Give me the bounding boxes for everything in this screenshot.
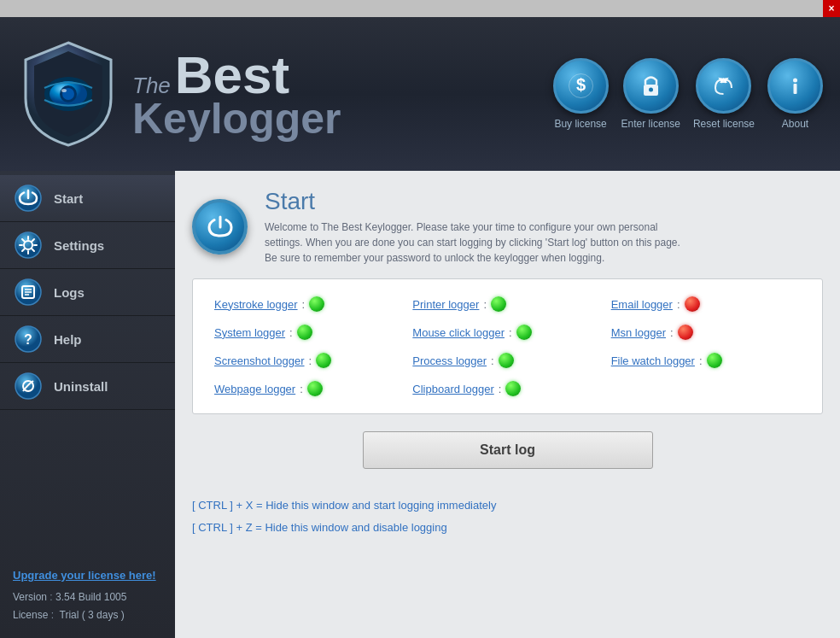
logger-item-printer: Printer logger : (412, 296, 602, 312)
clipboard-logger-link[interactable]: Clipboard logger (412, 383, 493, 395)
svg-point-4 (61, 89, 67, 92)
logger-item-system: System logger : (214, 325, 404, 340)
mouseclick-logger-link[interactable]: Mouse click logger (412, 326, 505, 339)
settings-nav-icon (13, 230, 44, 260)
email-logger-link[interactable]: Email logger (611, 298, 673, 311)
process-logger-link[interactable]: Process logger (412, 354, 487, 367)
help-nav-label: Help (54, 332, 82, 347)
logo-area: The Best Keylogger (17, 38, 341, 149)
about-group: About (767, 58, 823, 130)
webpage-logger-link[interactable]: Webpage logger (214, 383, 295, 395)
app-logo (17, 38, 120, 149)
sidebar-item-settings[interactable]: Settings (0, 222, 175, 269)
main-layout: Start (0, 171, 840, 638)
start-nav-label: Start (54, 191, 83, 206)
enter-license-label: Enter license (621, 118, 680, 130)
uninstall-nav-label: Uninstall (54, 379, 108, 394)
logger-item-email: Email logger : (611, 296, 801, 312)
svg-rect-10 (794, 84, 797, 94)
logs-nav-icon (13, 277, 44, 307)
enter-license-group: Enter license (621, 58, 680, 130)
sidebar-item-start[interactable]: Start (0, 175, 175, 222)
reset-license-button[interactable] (696, 58, 751, 114)
settings-nav-label: Settings (54, 238, 104, 253)
title-the: The (132, 74, 171, 97)
keystroke-status (309, 296, 324, 312)
dollar-icon: $ (566, 71, 596, 101)
keystroke-logger-link[interactable]: Keystroke logger (214, 298, 298, 311)
system-status (297, 325, 312, 340)
start-log-button[interactable]: Start log (363, 431, 653, 469)
screenshot-status (316, 353, 331, 368)
logs-nav-label: Logs (54, 285, 85, 300)
about-label: About (782, 118, 808, 130)
buy-license-group: $ Buy license (553, 58, 609, 130)
shortcut-ctrl-z: [ CTRL ] + Z = Hide this window and disa… (192, 517, 823, 539)
printer-status (491, 296, 506, 312)
filewatch-logger-link[interactable]: File watch logger (611, 354, 695, 367)
app-title: The Best Keylogger (132, 49, 341, 140)
license-value: Trial ( 3 days ) (60, 609, 125, 621)
license-label: License (13, 609, 48, 621)
sidebar-item-uninstall[interactable]: Uninstall (0, 363, 175, 410)
shortcut-ctrl-x: [ CTRL ] + X = Hide this window and star… (192, 495, 823, 517)
settings-icon (15, 231, 42, 259)
page-title: Start (265, 188, 691, 215)
upgrade-link[interactable]: Upgrade your license here! (13, 569, 162, 582)
logs-icon (15, 278, 42, 306)
version-label: Version (13, 591, 47, 603)
svg-text:$: $ (576, 75, 586, 94)
svg-point-8 (649, 88, 653, 92)
logger-item-screenshot: Screenshot logger : (214, 353, 404, 368)
title-keylogger: Keylogger (132, 97, 341, 140)
page-header: Start Welcome to The Best Keylogger. Ple… (192, 188, 823, 266)
page-description: Welcome to The Best Keylogger. Please ta… (265, 219, 691, 266)
svg-text:?: ? (24, 332, 32, 347)
close-button[interactable]: × (823, 0, 840, 17)
info-icon (780, 71, 810, 101)
sidebar: Start (0, 171, 175, 638)
recycle-icon (709, 71, 738, 101)
logger-grid: Keystroke logger : Printer logger : Emai… (192, 278, 823, 414)
buy-license-button[interactable]: $ (553, 58, 609, 114)
logger-rows: Keystroke logger : Printer logger : Emai… (214, 296, 801, 396)
screenshot-logger-link[interactable]: Screenshot logger (214, 354, 305, 367)
clipboard-status (505, 381, 521, 396)
help-icon: ? (15, 325, 42, 353)
title-bar: × (0, 0, 840, 17)
printer-logger-link[interactable]: Printer logger (412, 298, 479, 311)
logger-item-clipboard: Clipboard logger : (412, 381, 602, 396)
uninstall-icon (15, 372, 42, 400)
page-title-section: Start Welcome to The Best Keylogger. Ple… (265, 188, 691, 266)
sidebar-item-help[interactable]: ? Help (0, 316, 175, 363)
process-status (499, 353, 514, 368)
content-area: Start Welcome to The Best Keylogger. Ple… (175, 171, 840, 638)
msn-logger-link[interactable]: Msn logger (611, 326, 666, 339)
about-button[interactable] (767, 58, 823, 114)
logger-item-keystroke: Keystroke logger : (214, 296, 404, 312)
msn-status (678, 325, 693, 340)
version-info: Version : 3.54 Build 1005 License : Tria… (13, 588, 162, 625)
sidebar-item-logs[interactable]: Logs (0, 269, 175, 316)
enter-license-button[interactable] (623, 58, 679, 114)
email-status (685, 296, 700, 312)
reset-license-group: Reset license (693, 58, 755, 130)
power-icon (15, 184, 42, 212)
title-best: Best (175, 49, 289, 102)
svg-point-9 (793, 79, 797, 83)
logger-item-webpage: Webpage logger : (214, 381, 404, 396)
sidebar-footer: Upgrade your license here! Version : 3.5… (0, 556, 175, 638)
page-power-icon (192, 199, 248, 255)
mouseclick-status (516, 325, 532, 340)
help-nav-icon: ? (13, 324, 44, 354)
filewatch-status (707, 353, 722, 368)
logger-item-mouseclick: Mouse click logger : (412, 325, 602, 340)
webpage-status (307, 381, 323, 396)
main-window: × (0, 0, 840, 638)
system-logger-link[interactable]: System logger (214, 326, 285, 339)
version-value: 3.54 Build 1005 (55, 591, 126, 603)
logger-item-process: Process logger : (412, 353, 602, 368)
header-buttons: $ Buy license Enter license (553, 58, 823, 130)
reset-license-label: Reset license (693, 118, 755, 130)
shortcuts: [ CTRL ] + X = Hide this window and star… (192, 486, 823, 547)
